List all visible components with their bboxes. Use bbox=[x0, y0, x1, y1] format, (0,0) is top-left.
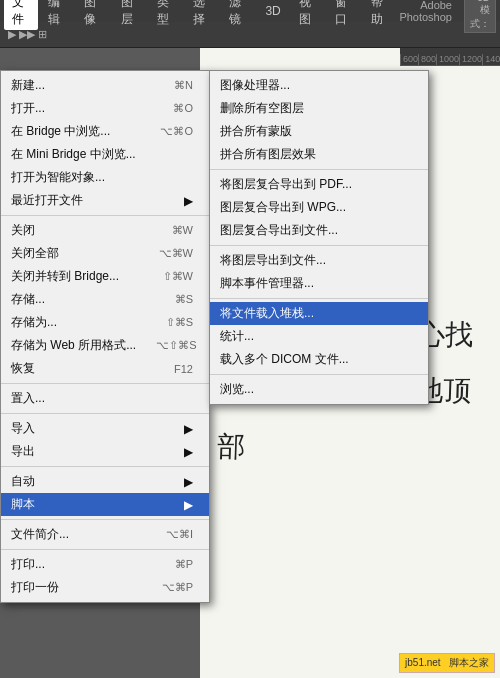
menu-help[interactable]: 帮助 bbox=[363, 0, 397, 30]
menu-item-export[interactable]: 导出 ▶ bbox=[1, 440, 209, 463]
separator-4 bbox=[1, 466, 209, 467]
menu-window[interactable]: 窗口 bbox=[327, 0, 361, 30]
menu-edit[interactable]: 编辑 bbox=[40, 0, 74, 30]
menu-layer[interactable]: 图层 bbox=[113, 0, 147, 30]
menu-item-close[interactable]: 关闭 ⌘W bbox=[1, 219, 209, 242]
menu-view[interactable]: 视图 bbox=[291, 0, 325, 30]
menu-select[interactable]: 选择 bbox=[185, 0, 219, 30]
script-event-manager[interactable]: 脚本事件管理器... bbox=[210, 272, 428, 295]
menu-filter[interactable]: 滤镜 bbox=[221, 0, 255, 30]
script-image-processor[interactable]: 图像处理器... bbox=[210, 74, 428, 97]
menu-item-close-all[interactable]: 关闭全部 ⌥⌘W bbox=[1, 242, 209, 265]
ruler-1000: 1000 bbox=[436, 54, 459, 65]
watermark-name: 脚本之家 bbox=[449, 657, 489, 668]
script-statistics[interactable]: 统计... bbox=[210, 325, 428, 348]
script-sep-3 bbox=[210, 298, 428, 299]
script-export-wpg[interactable]: 图层复合导出到 WPG... bbox=[210, 196, 428, 219]
script-sep-4 bbox=[210, 374, 428, 375]
ruler-800: 800 bbox=[418, 54, 436, 65]
menu-item-recent[interactable]: 最近打开文件 ▶ bbox=[1, 189, 209, 212]
menu-bar: 文件 编辑 图像 图层 类型 选择 滤镜 3D 视图 窗口 帮助 Adobe P… bbox=[0, 0, 500, 22]
ruler-horizontal: 600 800 1000 1200 1400 1600 1800 bbox=[400, 48, 500, 66]
menu-item-new[interactable]: 新建... ⌘N bbox=[1, 74, 209, 97]
mode-badge: 3D 模式： bbox=[464, 0, 496, 33]
menu-image[interactable]: 图像 bbox=[76, 0, 110, 30]
menu-item-revert[interactable]: 恢复 F12 bbox=[1, 357, 209, 380]
menu-item-import[interactable]: 导入 ▶ bbox=[1, 417, 209, 440]
menu-file[interactable]: 文件 bbox=[4, 0, 38, 30]
script-load-into-stack[interactable]: 将文件载入堆栈... bbox=[210, 302, 428, 325]
menu-item-scripts[interactable]: 脚本 ▶ bbox=[1, 493, 209, 516]
menu-item-close-bridge[interactable]: 关闭并转到 Bridge... ⇧⌘W bbox=[1, 265, 209, 288]
menu-item-place[interactable]: 置入... bbox=[1, 387, 209, 410]
menu-item-save-web[interactable]: 存储为 Web 所用格式... ⌥⇧⌘S bbox=[1, 334, 209, 357]
separator-6 bbox=[1, 549, 209, 550]
menu-item-automate[interactable]: 自动 ▶ bbox=[1, 470, 209, 493]
script-delete-empty-layers[interactable]: 删除所有空图层 bbox=[210, 97, 428, 120]
script-export-files[interactable]: 图层复合导出到文件... bbox=[210, 219, 428, 242]
script-export-pdf[interactable]: 将图层复合导出到 PDF... bbox=[210, 173, 428, 196]
script-flatten-masks[interactable]: 拼合所有蒙版 bbox=[210, 120, 428, 143]
menu-item-bridge[interactable]: 在 Bridge 中浏览... ⌥⌘O bbox=[1, 120, 209, 143]
script-flatten-effects[interactable]: 拼合所有图层效果 bbox=[210, 143, 428, 166]
ruler-1200: 1200 bbox=[459, 54, 482, 65]
file-menu-dropdown: 新建... ⌘N 打开... ⌘O 在 Bridge 中浏览... ⌥⌘O 在 … bbox=[0, 70, 210, 603]
separator-5 bbox=[1, 519, 209, 520]
script-export-layers[interactable]: 将图层导出到文件... bbox=[210, 249, 428, 272]
watermark: jb51.net 脚本之家 bbox=[399, 653, 495, 673]
app-title: Adobe Photoshop bbox=[399, 0, 452, 23]
main-area: 1. 找到北 2. 以北极星为中心找 3. 前景，基础土地顶部 600 800 … bbox=[0, 48, 500, 678]
script-submenu-dropdown: 图像处理器... 删除所有空图层 拼合所有蒙版 拼合所有图层效果 将图层复合导出… bbox=[209, 70, 429, 405]
separator-3 bbox=[1, 413, 209, 414]
menu-type[interactable]: 类型 bbox=[149, 0, 183, 30]
menu-item-open-smart[interactable]: 打开为智能对象... bbox=[1, 166, 209, 189]
ruler-600: 600 bbox=[400, 54, 418, 65]
ruler-1400: 1400 bbox=[482, 54, 500, 65]
watermark-url: jb51.net bbox=[405, 657, 441, 668]
script-sep-2 bbox=[210, 245, 428, 246]
menu-item-mini-bridge[interactable]: 在 Mini Bridge 中浏览... bbox=[1, 143, 209, 166]
menu-item-save[interactable]: 存储... ⌘S bbox=[1, 288, 209, 311]
menu-item-open[interactable]: 打开... ⌘O bbox=[1, 97, 209, 120]
script-load-dicom[interactable]: 载入多个 DICOM 文件... bbox=[210, 348, 428, 371]
script-browse[interactable]: 浏览... bbox=[210, 378, 428, 401]
menu-item-file-info[interactable]: 文件简介... ⌥⌘I bbox=[1, 523, 209, 546]
menu-item-print-one[interactable]: 打印一份 ⌥⌘P bbox=[1, 576, 209, 599]
separator-1 bbox=[1, 215, 209, 216]
script-sep-1 bbox=[210, 169, 428, 170]
separator-2 bbox=[1, 383, 209, 384]
toolbar-label: ▶ ▶▶ ⊞ bbox=[8, 28, 47, 41]
menu-item-print[interactable]: 打印... ⌘P bbox=[1, 553, 209, 576]
menu-item-save-as[interactable]: 存储为... ⇧⌘S bbox=[1, 311, 209, 334]
menu-3d[interactable]: 3D bbox=[257, 2, 288, 20]
